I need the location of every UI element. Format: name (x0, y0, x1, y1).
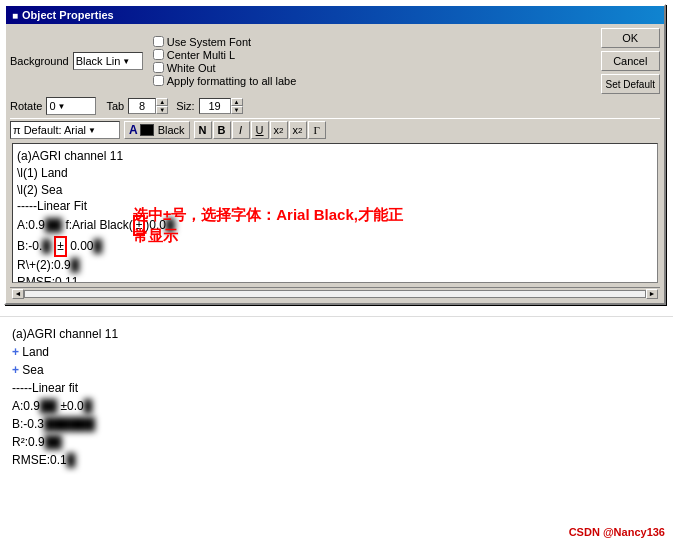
default-font-dropdown[interactable]: π Default: Arial ▼ (10, 121, 120, 139)
set-default-button[interactable]: Set Default (601, 74, 660, 94)
title-icon: ■ (12, 10, 18, 21)
background-dropdown[interactable]: Black Lin ▼ (73, 52, 143, 70)
lower-line-8: RMSE:0.1█ (12, 451, 661, 469)
plus-sea: + (12, 363, 19, 377)
apply-format-checkbox[interactable] (153, 75, 164, 86)
format-N-button[interactable]: N (194, 121, 212, 139)
tab-input[interactable]: 8 (128, 98, 156, 114)
format-I-button[interactable]: I (232, 121, 250, 139)
default-font-label: π Default: Arial (13, 124, 86, 136)
annotation-text: 选中±号，选择字体：Arial Black,才能正常显示 (133, 204, 413, 246)
use-system-font-label: Use System Font (167, 36, 251, 48)
use-system-font-checkbox[interactable] (153, 36, 164, 47)
ok-button[interactable]: OK (601, 28, 660, 48)
rotate-arrow: ▼ (58, 102, 66, 111)
format-B-button[interactable]: B (213, 121, 231, 139)
tab-spinner[interactable]: 8 ▲ ▼ (128, 98, 168, 114)
size-input[interactable]: 19 (199, 98, 231, 114)
lower-line-7: R²:0.9██ (12, 433, 661, 451)
center-multi-item[interactable]: Center Multi L (153, 49, 297, 61)
cancel-button[interactable]: Cancel (601, 51, 660, 71)
lower-line-5: A:0.9██ ±0.0█ (12, 397, 661, 415)
editor-line-1: (a)AGRI channel 11 (17, 148, 653, 165)
editor-line-7: R\+(2):0.9█ (17, 257, 653, 274)
scrollbar-track[interactable] (24, 290, 646, 298)
white-out-label: White Out (167, 62, 216, 74)
lower-line-3: + Sea (12, 361, 661, 379)
size-label: Siz: (176, 100, 194, 112)
format-x2sub-button[interactable]: x2 (289, 121, 307, 139)
lower-preview-area: (a)AGRI channel 11 + Land + Sea -----Lin… (0, 316, 673, 546)
checkbox-group-1: Use System Font Center Multi L White Out… (153, 36, 297, 87)
lower-content: (a)AGRI channel 11 + Land + Sea -----Lin… (12, 325, 661, 469)
dialog-title: Object Properties (22, 9, 114, 21)
editor-line-8: RMSE:0.11 (17, 274, 653, 283)
rotate-label: Rotate (10, 100, 42, 112)
size-spinner[interactable]: 19 ▲ ▼ (199, 98, 243, 114)
apply-format-label: Apply formatting to all labe (167, 75, 297, 87)
color-label: Black (158, 124, 185, 136)
lower-line-4: -----Linear fit (12, 379, 661, 397)
center-multi-label: Center Multi L (167, 49, 235, 61)
white-out-item[interactable]: White Out (153, 62, 297, 74)
format-U-button[interactable]: U (251, 121, 269, 139)
size-up-arrow[interactable]: ▲ (231, 98, 243, 106)
background-value: Black Lin (76, 55, 121, 67)
scroll-left-button[interactable]: ◄ (12, 289, 24, 299)
scroll-right-button[interactable]: ► (646, 289, 658, 299)
background-arrow: ▼ (122, 57, 130, 66)
format-gamma-button[interactable]: Γ (308, 121, 326, 139)
tab-down-arrow[interactable]: ▼ (156, 106, 168, 114)
action-buttons: OK Cancel Set Default (601, 28, 660, 94)
white-out-checkbox[interactable] (153, 62, 164, 73)
editor-line-2: \l(1) Land (17, 165, 653, 182)
dialog-titlebar: ■ Object Properties (6, 6, 664, 24)
color-swatch (140, 124, 154, 136)
pm-cursor: ± (54, 236, 67, 257)
tab-label: Tab (106, 100, 124, 112)
format-x2-button[interactable]: x2 (270, 121, 288, 139)
csdn-watermark: CSDN @Nancy136 (569, 526, 665, 538)
lower-line-6: B:-0.3██████ (12, 415, 661, 433)
use-system-font-item[interactable]: Use System Font (153, 36, 297, 48)
tab-up-arrow[interactable]: ▲ (156, 98, 168, 106)
main-window: ■ Object Properties Background Black Lin… (0, 0, 673, 546)
color-button[interactable]: A Black (124, 121, 190, 139)
plus-land: + (12, 345, 19, 359)
rotate-value: 0 (49, 100, 55, 112)
editor-line-3: \l(2) Sea (17, 182, 653, 199)
apply-format-item[interactable]: Apply formatting to all labe (153, 75, 297, 87)
rotate-dropdown[interactable]: 0 ▼ (46, 97, 96, 115)
format-buttons: N B I U x2 x2 Γ (194, 121, 326, 139)
center-multi-checkbox[interactable] (153, 49, 164, 60)
color-letter-A: A (129, 123, 138, 137)
object-properties-dialog: ■ Object Properties Background Black Lin… (4, 4, 666, 305)
text-editor[interactable]: (a)AGRI channel 11 \l(1) Land \l(2) Sea … (12, 143, 658, 283)
size-down-arrow[interactable]: ▼ (231, 106, 243, 114)
lower-line-2: + Land (12, 343, 661, 361)
background-label: Background (10, 55, 69, 67)
horizontal-scrollbar[interactable]: ◄ ► (10, 287, 660, 299)
lower-line-1: (a)AGRI channel 11 (12, 325, 661, 343)
font-dropdown-arrow: ▼ (88, 126, 96, 135)
